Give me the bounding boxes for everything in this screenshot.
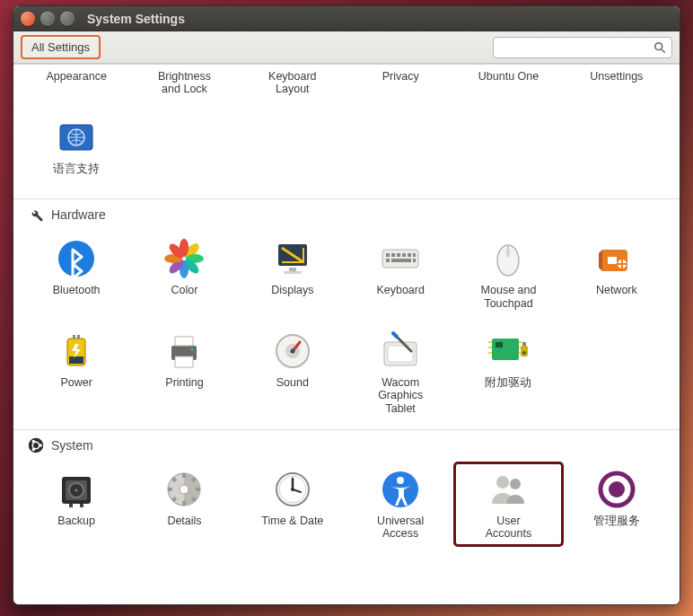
settings-item-label: Backup: [57, 515, 95, 527]
settings-item-label: Appearance: [46, 70, 106, 83]
minimize-icon[interactable]: [40, 12, 55, 26]
keyboard-icon: [379, 237, 422, 280]
settings-item-label: User Accounts: [486, 515, 531, 541]
settings-item-label: 管理服务: [593, 515, 640, 527]
search-field[interactable]: [499, 40, 654, 54]
settings-item-color[interactable]: Color: [130, 232, 238, 315]
settings-item-sound[interactable]: Sound: [239, 324, 346, 420]
settings-item-uaccess[interactable]: Universal Access: [346, 462, 454, 546]
drivers-icon: [487, 330, 530, 373]
settings-item-label: Privacy: [382, 70, 419, 83]
settings-item-label: Universal Access: [377, 515, 424, 541]
settings-item-appearance[interactable]: Appearance: [22, 65, 130, 101]
toolbar: All Settings: [13, 31, 680, 64]
titlebar[interactable]: System Settings: [13, 6, 680, 31]
svg-point-4: [39, 444, 42, 446]
settings-item-label: Time & Date: [261, 515, 323, 527]
settings-item-label: Mouse and Touchpad: [481, 284, 537, 310]
bluetooth-icon: [55, 237, 98, 280]
ubuntu-logo-icon: [28, 437, 44, 453]
settings-item-mgmt[interactable]: 管理服务: [563, 462, 671, 546]
settings-item-label: 附加驱动: [485, 376, 531, 389]
backup-icon: [55, 468, 98, 511]
settings-item-wacom[interactable]: Wacom Graphics Tablet: [346, 324, 454, 420]
settings-item-label: Displays: [271, 284, 313, 296]
printing-icon: [162, 330, 206, 373]
language-icon: [55, 116, 98, 159]
settings-item-unsettings[interactable]: Unsettings: [563, 65, 671, 101]
settings-item-printing[interactable]: Printing: [130, 324, 238, 420]
section-system-title: System: [51, 438, 93, 453]
maximize-icon[interactable]: [60, 12, 75, 26]
search-icon: [654, 41, 666, 54]
settings-item-power[interactable]: Power: [22, 324, 130, 420]
close-icon[interactable]: [21, 12, 35, 26]
details-icon: [162, 468, 206, 511]
users-icon: [487, 468, 530, 511]
window-title: System Settings: [87, 12, 185, 26]
settings-item-ubuntuone[interactable]: Ubuntu One: [454, 65, 562, 101]
content-area: AppearanceBrightness and LockKeyboard La…: [13, 64, 680, 604]
settings-item-privacy[interactable]: Privacy: [346, 65, 454, 101]
power-icon: [55, 330, 98, 373]
svg-point-6: [32, 448, 35, 451]
settings-item-network[interactable]: Network: [563, 232, 671, 315]
color-icon: [162, 237, 206, 280]
all-settings-button[interactable]: All Settings: [21, 35, 101, 59]
settings-item-label: Unsettings: [590, 70, 643, 83]
settings-item-label: Network: [596, 284, 637, 296]
settings-item-label: Bluetooth: [53, 284, 101, 296]
settings-item-keyboard[interactable]: Keyboard: [346, 232, 454, 315]
settings-item-label: Sound: [276, 376, 309, 389]
settings-item-backup[interactable]: Backup: [22, 462, 130, 546]
settings-item-users[interactable]: User Accounts: [454, 462, 562, 546]
settings-item-bluetooth[interactable]: Bluetooth: [22, 232, 130, 315]
personal-grid: AppearanceBrightness and LockKeyboard La…: [13, 65, 680, 110]
svg-line-1: [662, 48, 665, 52]
settings-item-label: Ubuntu One: [478, 70, 539, 83]
section-hardware-header: Hardware: [13, 198, 680, 226]
settings-item-details[interactable]: Details: [130, 462, 238, 546]
settings-item-label: Keyboard Layout: [268, 70, 317, 96]
sound-icon: [271, 330, 314, 373]
wacom-icon: [379, 330, 422, 373]
settings-item-label: Brightness and Lock: [158, 70, 211, 96]
settings-item-drivers[interactable]: 附加驱动: [454, 324, 562, 420]
svg-point-5: [32, 440, 35, 443]
settings-item-displays[interactable]: Displays: [239, 232, 346, 315]
settings-item-label: Details: [167, 515, 201, 527]
personal-grid-2: 语言支持: [13, 110, 680, 198]
settings-item-label: Printing: [165, 376, 203, 389]
hardware-grid: BluetoothColorDisplaysKeyboardMouse and …: [13, 226, 680, 429]
settings-item-mouse[interactable]: Mouse and Touchpad: [454, 232, 562, 315]
wrench-icon: [28, 207, 44, 223]
settings-window: System Settings All Settings AppearanceB…: [13, 5, 680, 605]
settings-item-label: 语言支持: [53, 163, 100, 175]
mgmt-icon: [595, 468, 638, 511]
search-input[interactable]: [493, 37, 672, 58]
mouse-icon: [487, 237, 530, 280]
system-grid: BackupDetailsTime & DateUniversal Access…: [13, 457, 680, 555]
settings-item-label: Color: [171, 284, 198, 296]
network-icon: [595, 237, 638, 280]
settings-item-language[interactable]: 语言支持: [22, 110, 130, 180]
section-hardware-title: Hardware: [51, 207, 106, 222]
settings-item-timedate[interactable]: Time & Date: [239, 462, 346, 546]
timedate-icon: [271, 468, 314, 511]
uaccess-icon: [379, 468, 422, 511]
displays-icon: [271, 237, 314, 280]
settings-item-keyboard-layout[interactable]: Keyboard Layout: [239, 65, 346, 101]
section-system-header: System: [13, 429, 680, 457]
settings-item-label: Wacom Graphics Tablet: [378, 376, 423, 415]
settings-item-label: Power: [60, 376, 92, 389]
settings-item-brightness[interactable]: Brightness and Lock: [130, 65, 238, 101]
settings-item-label: Keyboard: [376, 284, 425, 296]
